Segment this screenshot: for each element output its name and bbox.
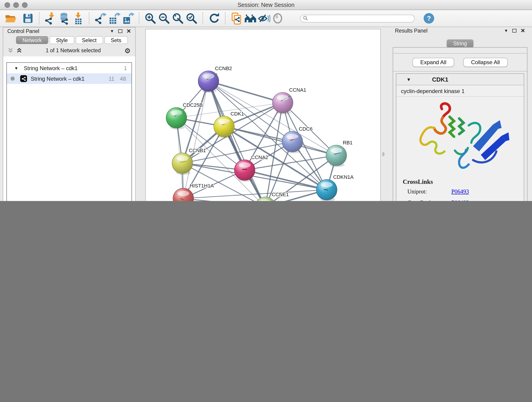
export-network-button[interactable] [94,12,107,25]
network-tree: ▼ String Network – cdk1 1 String Network… [6,62,132,201]
zoom-fit-content-button[interactable] [171,12,185,25]
show-graphics-details-button[interactable] [271,12,285,25]
float-panel-icon[interactable] [118,29,122,33]
results-panel-header: Results Panel ▼ ✕ [391,27,529,34]
collapse-results-panel-icon[interactable]: ▼ [504,29,508,33]
node-CCNB1[interactable]: CCNB1 [172,148,206,175]
tab-select[interactable]: Select [76,36,103,44]
network-options-gear-icon[interactable]: ⚙ [124,47,131,54]
zoom-out-button[interactable] [157,12,171,25]
svg-text:?: ? [427,14,431,22]
edge-CCNB2-CCNA1[interactable] [209,81,283,103]
collapse-all-icon[interactable] [8,48,13,53]
houses-icon [244,12,256,25]
expand-all-icon[interactable] [17,48,22,53]
control-panel-tabs: NetworkStyleSelectSets [3,36,135,44]
save-session-button[interactable] [21,12,35,25]
node-RB1[interactable]: RB1 [326,140,353,167]
node-CCNB2[interactable]: CCNB2 [198,65,232,93]
results-panel: Results Panel ▼ ✕ String Expand All Coll… [391,27,529,201]
minimize-window-button[interactable] [13,2,19,8]
main-toolbar: ? [0,10,532,27]
node-label-CCNA1: CCNA1 [289,87,306,93]
tree-expand-icon[interactable]: ▼ [14,66,18,70]
tab-style[interactable]: Style [50,36,74,44]
open-session-button[interactable] [4,12,17,25]
crosslink-label: GeneCard: [407,199,451,201]
zoom-fit-icon [172,12,184,24]
protein-description: cyclin-dependent kinase 1 [396,85,524,97]
zoom-in-button[interactable] [143,12,157,25]
zoom-selected-button[interactable] [185,12,198,25]
network-collection-label: String Network – cdk1 [24,65,124,71]
network-graph[interactable]: CCNB2CCNA1CDC25BCDK1CDC6RB1CCNB1CCNA2CDK… [146,29,380,201]
import-table-from-file-button[interactable] [71,12,85,25]
collapse-panel-icon[interactable]: ▼ [110,29,114,33]
search-input[interactable] [300,15,415,23]
node-label-CCNA2: CCNA2 [251,154,268,160]
help-icon: ? [423,12,435,24]
tab-sets[interactable]: Sets [104,36,128,44]
crosslink-link[interactable]: P06493 [451,188,469,195]
search-icon [303,16,308,21]
export-image-button[interactable] [121,12,135,25]
node-CDK1[interactable]: CDK1 [214,111,244,138]
string-results-box: Expand All Collapse All ▼ CDK1 cyclin-de… [393,47,527,201]
import-network-from-file-button[interactable] [44,12,57,25]
zoom-out-icon [158,12,170,24]
node-CCNA1[interactable]: CCNA1 [272,87,306,114]
export-image-icon [122,12,134,25]
node-label-CDKN1A: CDKN1A [333,174,354,180]
zoom-window-button[interactable] [22,2,27,8]
zoom-in-icon [144,12,156,24]
crosslink-row: Uniprot:P06493 [407,188,524,195]
network-row-selected[interactable]: String Network – cdk1 11 48 [7,73,132,84]
network-node-count: 11 [109,75,114,82]
home-button[interactable] [243,12,257,25]
help-button[interactable]: ? [422,12,436,25]
window-controls[interactable] [5,2,27,8]
network-collection-row[interactable]: ▼ String Network – cdk1 1 [7,63,132,73]
document-share-icon [230,12,243,25]
open-folder-icon [4,12,17,25]
hide-graphics-details-button[interactable] [257,12,271,25]
right-splitter-handle[interactable] [382,152,385,156]
tab-network[interactable]: Network [16,36,48,44]
node-CDKN1A[interactable]: CDKN1A [317,174,354,201]
control-panel-title: Control Panel [7,28,110,34]
node-HIST1H1A[interactable]: HIST1H1A [173,183,214,201]
control-panel: Control Panel ▼ ✕ NetworkStyleSelectSets [3,27,136,201]
expand-all-button[interactable]: Expand All [413,58,454,67]
search-field-wrap [300,14,415,23]
crosslinks-title: CrossLinks [403,178,524,186]
crosslink-label: Uniprot: [407,188,451,195]
node-label-CCNE1: CCNE1 [272,191,289,197]
close-window-button[interactable] [5,2,10,8]
node-label-HIST1H1A: HIST1H1A [190,183,214,189]
crosslinks-section: CrossLinks Uniprot:P06493GeneCard:P06493… [403,178,524,201]
protein-name: CDK1 [432,76,448,83]
network-canvas[interactable]: CCNB2CCNA1CDC25BCDK1CDC6RB1CCNB1CCNA2CDK… [145,29,381,201]
close-results-panel-icon[interactable]: ✕ [520,28,525,33]
protein-collapse-icon[interactable]: ▼ [406,77,411,82]
close-panel-icon[interactable]: ✕ [127,28,131,34]
collapse-all-button[interactable]: Collapse All [463,58,507,67]
crosslink-row: GeneCard:P06493 [407,199,524,201]
network-edge-count: 48 [120,75,126,82]
import-network-from-database-button[interactable] [57,12,71,25]
float-results-panel-icon[interactable] [512,29,516,32]
network-from-public-databases-button[interactable] [230,12,243,25]
crosslink-link[interactable]: P06493 [451,199,469,201]
export-table-icon [108,12,120,25]
export-table-button[interactable] [107,12,121,25]
tab-string[interactable]: String [447,39,473,48]
refresh-button[interactable] [207,12,221,25]
node-label-CCNB2: CCNB2 [215,65,232,71]
network-share-icon [20,75,27,82]
network-list-header: 1 of 1 Network selected ⚙ [3,46,135,55]
protein-section-header[interactable]: ▼ CDK1 [396,74,524,85]
edge-CDK1-RB1[interactable] [224,127,336,155]
network-collection-count: 1 [124,65,127,71]
node-CDC6[interactable]: CDC6 [282,126,312,153]
main-area: Control Panel ▼ ✕ NetworkStyleSelectSets [0,27,532,201]
